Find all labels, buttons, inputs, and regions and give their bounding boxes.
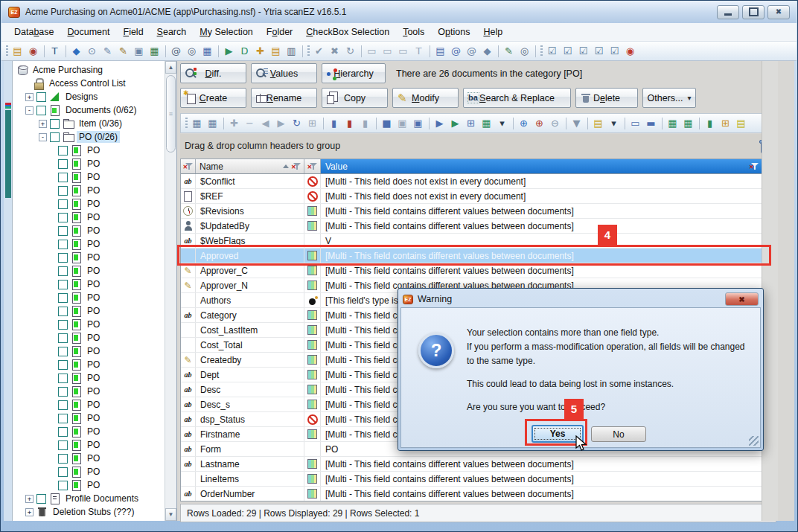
refresh-database-icon[interactable]: ↻ [342, 44, 358, 59]
tree-item-label[interactable]: Deletion Stubs (???) [51, 506, 136, 518]
export-excel-icon[interactable]: ▦ [665, 116, 680, 131]
dialog-title-bar[interactable]: EZ Warning [400, 291, 761, 307]
tree-expander[interactable]: + [25, 495, 33, 503]
filter-icon[interactable] [183, 161, 194, 171]
table-row[interactable]: $WebFlags V [181, 234, 762, 249]
field-name-cell[interactable]: Dept [196, 368, 304, 382]
record-audit-icon[interactable]: ◉ [622, 44, 638, 59]
tree-item[interactable]: Acme Purchasing [15, 63, 164, 77]
tree-checkbox[interactable] [58, 213, 68, 222]
field-name-cell[interactable]: OrderNumber [196, 487, 304, 501]
copy-button[interactable]: Copy [322, 88, 388, 108]
search-unid-icon[interactable]: ◎ [184, 44, 200, 59]
export-grid-icon[interactable]: ▶ [432, 116, 447, 131]
value-column-header[interactable]: Value [321, 159, 762, 173]
tree-checkbox[interactable] [36, 521, 46, 522]
tree-item-label[interactable]: PO [85, 265, 102, 277]
paintbrush-icon[interactable]: ✎ [501, 44, 517, 59]
tree-checkbox[interactable] [58, 481, 68, 490]
tree-item[interactable]: PO [15, 211, 164, 224]
tree-checkbox[interactable] [58, 347, 68, 356]
indent-right-icon[interactable]: ▶ [273, 116, 289, 131]
export-html-icon[interactable]: ▦ [680, 116, 696, 131]
tree-item-label[interactable]: PO [85, 466, 102, 478]
tree-checkbox[interactable] [58, 467, 68, 477]
checkbox-documents-icon[interactable]: ☑ [560, 44, 575, 59]
field-name-cell[interactable]: Cost_Total [196, 338, 304, 352]
tree-checkbox[interactable] [58, 280, 68, 289]
tree-item-label[interactable]: Designs [63, 91, 100, 103]
tree-checkbox[interactable] [50, 119, 60, 129]
field-value-cell[interactable]: [Multi - This field contains different v… [321, 472, 762, 486]
menu-tools[interactable]: Tools [396, 25, 431, 39]
others-button[interactable]: Others... ▾ [642, 88, 696, 108]
preview-document-icon[interactable]: ⊙ [84, 44, 100, 59]
dialog-close-icon[interactable] [725, 292, 759, 306]
ini-settings-icon[interactable]: ▦ [147, 44, 162, 59]
field-name-cell[interactable]: Desc [196, 382, 304, 397]
tree-item-label[interactable]: PO [85, 412, 102, 424]
tree-item[interactable]: PO [15, 170, 164, 184]
edit-documents-icon[interactable]: ✎ [100, 44, 115, 59]
values-button[interactable]: Values [251, 63, 317, 83]
tree-checkbox[interactable] [58, 333, 68, 343]
field-name-cell[interactable]: $Revisions [196, 204, 304, 218]
tree-item[interactable]: + Profile Documents [15, 492, 164, 505]
tree-item-label[interactable]: PO [85, 452, 102, 464]
checkbox-modify-icon[interactable]: ☑ [544, 44, 560, 59]
tree-checkbox[interactable] [58, 226, 68, 236]
rebuild-grid-icon[interactable]: ↻ [289, 116, 304, 131]
tree-item[interactable]: + Designs [15, 90, 164, 103]
tree-item-label[interactable]: PO [85, 278, 102, 290]
scroll-down-icon[interactable]: ▼ [165, 508, 176, 521]
field-name-cell[interactable]: Cost_LastItem [196, 323, 304, 337]
tree-item-label[interactable]: Profile Documents [63, 493, 141, 504]
delete-button[interactable]: Delete [575, 88, 638, 108]
column-stripes-icon[interactable]: ▮ [702, 116, 718, 131]
checkbox-delete-icon[interactable]: ☑ [607, 44, 622, 59]
tree-item-label[interactable]: PO [85, 399, 102, 411]
tree-item-label[interactable]: PO [85, 158, 102, 170]
style-dropdown-icon[interactable]: ▾ [494, 116, 510, 131]
search-replace-button[interactable]: Search & Replace [463, 88, 571, 108]
menu-database[interactable]: Database [7, 25, 61, 39]
tree-item[interactable]: + Item (0/36) [15, 117, 164, 130]
tree-expander[interactable]: + [39, 120, 47, 128]
document-list-icon[interactable]: ▤ [432, 44, 448, 59]
export-options-icon[interactable]: ▶ [447, 116, 463, 131]
menu-checkbox-selection[interactable]: CheckBox Selection [299, 25, 396, 39]
menu-my-selection[interactable]: My Selection [193, 25, 260, 39]
tree-item-label[interactable]: PO [85, 225, 102, 237]
field-value-cell[interactable]: V [321, 234, 762, 248]
field-name-cell[interactable]: Approver_N [196, 278, 304, 292]
grid-properties-icon[interactable]: ▦ [189, 116, 205, 131]
tree-checkbox[interactable] [58, 400, 68, 410]
values-grid-icon[interactable]: ⊞ [463, 116, 479, 131]
tree-item-label[interactable]: PO [85, 292, 102, 304]
zoom-in-icon[interactable]: ⊕ [516, 116, 532, 131]
tree-item-label[interactable]: PO [85, 439, 102, 451]
new-from-template-icon[interactable]: ▤ [268, 44, 284, 59]
filter-rows-icon[interactable]: ▼ [569, 116, 584, 131]
title-bar[interactable]: EZ Acme Purchasing on Acme01/ACME (app\P… [1, 1, 797, 23]
add-row-icon[interactable]: ✚ [226, 116, 242, 131]
tree-item[interactable]: PO [15, 398, 164, 411]
indent-left-icon[interactable]: ◀ [258, 116, 273, 131]
tree-checkbox[interactable] [50, 132, 60, 142]
value-status-column-header[interactable] [304, 159, 321, 173]
tree-checkbox[interactable] [58, 173, 68, 182]
tree-checkbox[interactable] [58, 199, 68, 209]
tree-item-label[interactable]: PO [85, 345, 102, 357]
tree-item-label[interactable]: PO [85, 426, 102, 438]
export-dxl-icon[interactable]: D [237, 44, 252, 59]
tree-item-label[interactable]: Item (0/36) [77, 118, 124, 129]
cell-selection-icon[interactable]: ■ [379, 116, 395, 131]
tree-checkbox[interactable] [58, 374, 68, 383]
hierarchy-button[interactable]: Hierarchy [322, 63, 386, 83]
field-value-cell[interactable]: [Multi - This field does not exist in ev… [321, 174, 762, 188]
tree-item[interactable]: PO [15, 144, 164, 157]
close-button[interactable] [767, 5, 790, 19]
tree-checkbox[interactable] [58, 293, 68, 303]
field-name-cell[interactable]: dsp_Status [196, 412, 304, 426]
binoculars-icon[interactable]: ◎ [517, 44, 532, 59]
